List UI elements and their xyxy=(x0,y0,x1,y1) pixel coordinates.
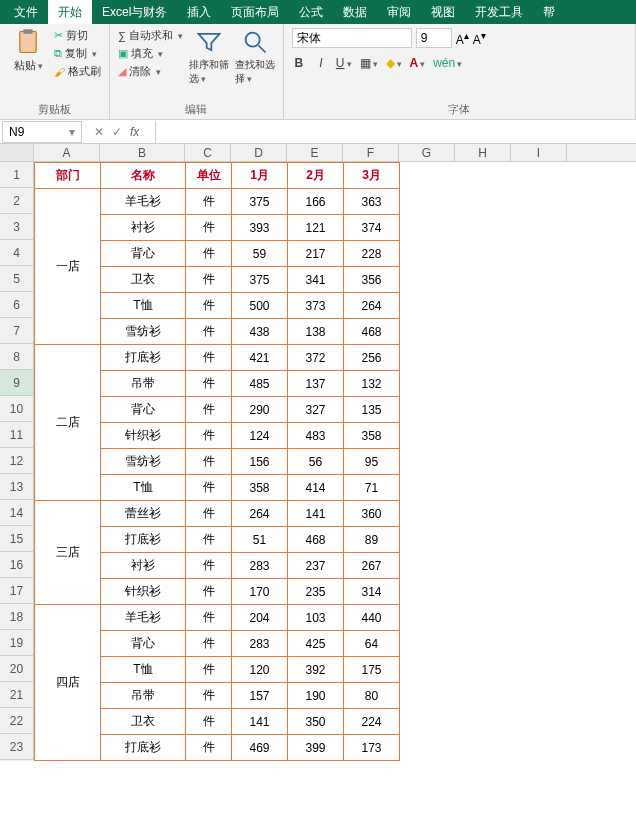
value-cell[interactable]: 485 xyxy=(232,371,288,397)
name-box[interactable]: N9▾ xyxy=(2,121,82,143)
unit-cell[interactable]: 件 xyxy=(186,267,232,293)
value-cell[interactable]: 327 xyxy=(288,397,344,423)
name-cell[interactable]: 雪纺衫 xyxy=(101,449,186,475)
value-cell[interactable]: 95 xyxy=(344,449,400,475)
value-cell[interactable]: 170 xyxy=(232,579,288,605)
header-dept[interactable]: 部门 xyxy=(35,163,101,189)
accept-formula-button[interactable]: ✓ xyxy=(112,125,122,139)
row-header[interactable]: 2 xyxy=(0,188,34,214)
value-cell[interactable]: 350 xyxy=(288,709,344,735)
value-cell[interactable]: 224 xyxy=(344,709,400,735)
name-cell[interactable]: 卫衣 xyxy=(101,267,186,293)
value-cell[interactable]: 141 xyxy=(232,709,288,735)
font-size-select[interactable] xyxy=(416,28,452,48)
menu-insert[interactable]: 插入 xyxy=(177,0,221,24)
name-cell[interactable]: T恤 xyxy=(101,293,186,319)
col-header[interactable]: G xyxy=(399,144,455,161)
value-cell[interactable]: 290 xyxy=(232,397,288,423)
menu-dev[interactable]: 开发工具 xyxy=(465,0,533,24)
name-cell[interactable]: 吊带 xyxy=(101,371,186,397)
value-cell[interactable]: 190 xyxy=(288,683,344,709)
unit-cell[interactable]: 件 xyxy=(186,579,232,605)
name-cell[interactable]: T恤 xyxy=(101,475,186,501)
value-cell[interactable]: 393 xyxy=(232,215,288,241)
value-cell[interactable]: 372 xyxy=(288,345,344,371)
value-cell[interactable]: 103 xyxy=(288,605,344,631)
unit-cell[interactable]: 件 xyxy=(186,215,232,241)
value-cell[interactable]: 468 xyxy=(344,319,400,345)
phonetic-button[interactable]: wén xyxy=(433,56,462,70)
cut-button[interactable]: 剪切 xyxy=(54,28,101,43)
value-cell[interactable]: 341 xyxy=(288,267,344,293)
row-header[interactable]: 18 xyxy=(0,604,34,630)
value-cell[interactable]: 256 xyxy=(344,345,400,371)
value-cell[interactable]: 124 xyxy=(232,423,288,449)
unit-cell[interactable]: 件 xyxy=(186,371,232,397)
row-header[interactable]: 15 xyxy=(0,526,34,552)
value-cell[interactable]: 51 xyxy=(232,527,288,553)
value-cell[interactable]: 440 xyxy=(344,605,400,631)
name-cell[interactable]: 打底衫 xyxy=(101,345,186,371)
col-header[interactable]: F xyxy=(343,144,399,161)
value-cell[interactable]: 157 xyxy=(232,683,288,709)
value-cell[interactable]: 414 xyxy=(288,475,344,501)
row-header[interactable]: 21 xyxy=(0,682,34,708)
name-cell[interactable]: 背心 xyxy=(101,241,186,267)
col-header[interactable]: H xyxy=(455,144,511,161)
value-cell[interactable]: 156 xyxy=(232,449,288,475)
value-cell[interactable]: 56 xyxy=(288,449,344,475)
unit-cell[interactable]: 件 xyxy=(186,735,232,761)
row-header[interactable]: 3 xyxy=(0,214,34,240)
header-m3[interactable]: 3月 xyxy=(344,163,400,189)
unit-cell[interactable]: 件 xyxy=(186,657,232,683)
formula-input[interactable] xyxy=(155,121,636,143)
unit-cell[interactable]: 件 xyxy=(186,397,232,423)
dept-cell[interactable]: 四店 xyxy=(35,605,101,761)
name-cell[interactable]: 羊毛衫 xyxy=(101,605,186,631)
value-cell[interactable]: 59 xyxy=(232,241,288,267)
col-header[interactable]: B xyxy=(100,144,185,161)
value-cell[interactable]: 120 xyxy=(232,657,288,683)
value-cell[interactable]: 374 xyxy=(344,215,400,241)
unit-cell[interactable]: 件 xyxy=(186,345,232,371)
clear-button[interactable]: ◢清除 xyxy=(118,64,183,79)
name-cell[interactable]: 针织衫 xyxy=(101,579,186,605)
value-cell[interactable]: 141 xyxy=(288,501,344,527)
underline-button[interactable]: U xyxy=(336,56,352,70)
row-header[interactable]: 19 xyxy=(0,630,34,656)
menu-view[interactable]: 视图 xyxy=(421,0,465,24)
unit-cell[interactable]: 件 xyxy=(186,475,232,501)
value-cell[interactable]: 283 xyxy=(232,631,288,657)
value-cell[interactable]: 438 xyxy=(232,319,288,345)
row-header[interactable]: 4 xyxy=(0,240,34,266)
value-cell[interactable]: 375 xyxy=(232,189,288,215)
value-cell[interactable]: 358 xyxy=(232,475,288,501)
value-cell[interactable]: 421 xyxy=(232,345,288,371)
value-cell[interactable]: 468 xyxy=(288,527,344,553)
decrease-font-button[interactable]: A▾ xyxy=(473,30,486,47)
value-cell[interactable]: 356 xyxy=(344,267,400,293)
row-header[interactable]: 17 xyxy=(0,578,34,604)
unit-cell[interactable]: 件 xyxy=(186,631,232,657)
value-cell[interactable]: 314 xyxy=(344,579,400,605)
col-header[interactable]: E xyxy=(287,144,343,161)
value-cell[interactable]: 89 xyxy=(344,527,400,553)
menu-data[interactable]: 数据 xyxy=(333,0,377,24)
fill-button[interactable]: ▣填充 xyxy=(118,46,183,61)
col-header[interactable]: C xyxy=(185,144,231,161)
name-cell[interactable]: T恤 xyxy=(101,657,186,683)
value-cell[interactable]: 71 xyxy=(344,475,400,501)
value-cell[interactable]: 166 xyxy=(288,189,344,215)
menu-file[interactable]: 文件 xyxy=(4,0,48,24)
value-cell[interactable]: 228 xyxy=(344,241,400,267)
name-cell[interactable]: 衬衫 xyxy=(101,553,186,579)
name-cell[interactable]: 背心 xyxy=(101,631,186,657)
value-cell[interactable]: 399 xyxy=(288,735,344,761)
unit-cell[interactable]: 件 xyxy=(186,241,232,267)
value-cell[interactable]: 360 xyxy=(344,501,400,527)
row-header[interactable]: 7 xyxy=(0,318,34,344)
value-cell[interactable]: 80 xyxy=(344,683,400,709)
autosum-button[interactable]: ∑自动求和 xyxy=(118,28,183,43)
value-cell[interactable]: 469 xyxy=(232,735,288,761)
unit-cell[interactable]: 件 xyxy=(186,293,232,319)
